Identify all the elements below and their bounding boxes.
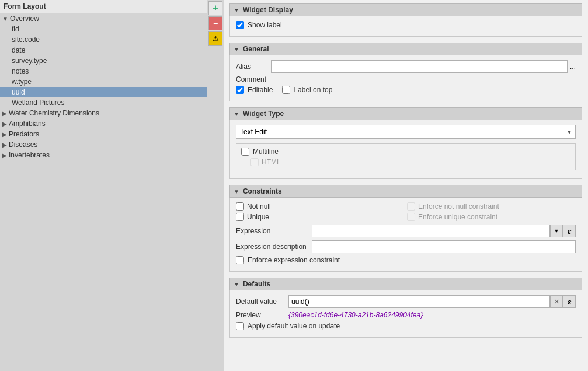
widget-display-header[interactable]: ▼ Widget Display [229,4,582,16]
tree-item-site-code[interactable]: site.code [0,34,207,45]
expand-icon-invertebrates: ▶ [2,152,7,159]
default-clear-button[interactable]: ✕ [550,295,563,308]
show-label-text: Show label [248,21,282,29]
expression-row: Expression ▼ ε [236,225,576,237]
default-value-input-wrapper: ✕ ε [288,295,576,308]
tree-label-invertebrates: Invertebrates [9,151,50,159]
expression-desc-input[interactable] [312,240,576,253]
not-null-label: Not null [247,202,271,211]
defaults-arrow: ▼ [234,281,239,288]
default-value-row: Default value ✕ ε [236,295,576,308]
tree-label-uuid: uuid [12,88,25,96]
expression-epsilon-btn[interactable]: ε [563,225,576,237]
enforce-unique-checkbox[interactable] [407,213,415,221]
enforce-unique-label: Enforce unique constraint [418,213,497,221]
tree-label-overview: Overview [10,15,39,23]
tree-item-w-type[interactable]: w.type [0,76,207,87]
general-section: ▼ General Alias ... Comment Editable [229,43,582,102]
multiline-checkbox[interactable] [241,148,249,156]
defaults-section: ▼ Defaults Default value ✕ ε Preview {39… [229,278,582,338]
apply-on-update-checkbox[interactable] [236,322,244,330]
unique-label: Unique [247,213,269,221]
label-on-top-checkbox[interactable] [282,86,290,94]
default-epsilon-btn[interactable]: ε [563,295,576,308]
apply-on-update-row: Apply default value on update [236,322,576,330]
html-checkbox[interactable] [250,158,259,166]
expand-icon-predators: ▶ [2,131,7,138]
editable-checkbox[interactable] [236,86,244,94]
widget-type-body: Text Edit Multiline HTML [229,120,582,179]
unique-item: Unique [236,213,405,221]
tree-item-water-chem[interactable]: ▶ Water Chemistry Dimensions [0,108,207,118]
tree-label-date: date [12,46,25,54]
expression-desc-row: Expression description [236,240,576,253]
general-header[interactable]: ▼ General [229,43,582,55]
tree-item-notes[interactable]: notes [0,66,207,76]
tree-item-diseases[interactable]: ▶ Diseases [0,139,207,150]
default-value-label: Default value [236,298,288,306]
multiline-row: Multiline [241,148,570,156]
enforce-expr-label: Enforce expression constraint [248,256,340,264]
tree-label-site-code: site.code [12,36,40,44]
defaults-header[interactable]: ▼ Defaults [229,278,582,290]
tree-label-wetland-pictures: Wetland Pictures [12,99,65,107]
widget-type-header[interactable]: ▼ Widget Type [229,107,582,120]
widget-display-body: Show label [229,16,582,37]
enforce-not-null-item: Enforce not null constraint [407,202,576,211]
expression-dropdown-btn[interactable]: ▼ [550,225,563,237]
alias-input[interactable] [271,60,568,73]
default-value-input[interactable] [288,295,550,308]
alias-dots-button[interactable]: ... [570,62,576,71]
defaults-body: Default value ✕ ε Preview {390eac1d-fd6e… [229,290,582,338]
html-label: HTML [262,158,281,166]
tree-item-survey-type[interactable]: survey.type [0,55,207,66]
widget-type-section: ▼ Widget Type Text Edit Multiline [229,107,582,179]
form-layout-tree: ▼ Overview fid site.code date survey.typ… [0,13,207,371]
enforce-expr-row: Enforce expression constraint [236,256,576,264]
tree-item-date[interactable]: date [0,45,207,55]
tree-label-water-chem: Water Chemistry Dimensions [9,109,99,117]
remove-field-button[interactable]: − [208,16,222,30]
tree-item-fid[interactable]: fid [0,24,207,34]
expression-input[interactable] [312,225,550,237]
expand-icon-overview: ▼ [2,16,8,22]
enforce-expr-checkbox[interactable] [236,256,244,264]
tree-item-amphibians[interactable]: ▶ Amphibians [0,118,207,129]
multiline-section: Multiline HTML [236,144,576,170]
tree-item-overview[interactable]: ▼ Overview [0,13,207,24]
tree-label-predators: Predators [9,130,39,138]
show-label-checkbox[interactable] [236,21,244,29]
tree-label-amphibians: Amphibians [9,120,46,128]
tree-item-predators[interactable]: ▶ Predators [0,129,207,139]
editable-label: Editable [248,86,273,94]
unique-checkbox[interactable] [236,213,244,221]
widget-type-title: Widget Type [243,110,284,118]
apply-on-update-label: Apply default value on update [248,322,340,330]
not-null-item: Not null [236,202,405,211]
expand-icon-amphibians: ▶ [2,121,7,127]
tree-item-wetland-pictures[interactable]: Wetland Pictures [0,97,207,108]
warning-button[interactable]: ⚠ [208,32,222,46]
constraints-header[interactable]: ▼ Constraints [229,185,582,198]
editable-label-on-top-row: Editable Label on top [236,86,576,94]
expand-icon-diseases: ▶ [2,142,7,148]
panel-header: Form Layout [0,0,207,13]
tree-label-diseases: Diseases [9,141,37,149]
widget-display-section: ▼ Widget Display Show label [229,4,582,37]
add-field-button[interactable]: + [208,1,222,15]
tree-item-invertebrates[interactable]: ▶ Invertebrates [0,150,207,160]
widget-display-arrow: ▼ [234,7,239,13]
tree-item-uuid[interactable]: uuid [0,87,207,97]
not-null-checkbox[interactable] [236,202,244,211]
tree-label-notes: notes [12,67,29,75]
expression-input-wrapper: ▼ ε [312,225,576,237]
general-body: Alias ... Comment Editable Label on top [229,55,582,102]
expression-desc-label: Expression description [236,243,312,251]
general-arrow: ▼ [234,46,239,52]
tree-label-survey-type: survey.type [12,57,47,65]
enforce-not-null-checkbox[interactable] [407,202,415,211]
preview-label: Preview [236,311,288,319]
widget-type-select[interactable]: Text Edit [236,125,576,139]
widget-display-title: Widget Display [243,6,293,14]
right-panel: ▼ Widget Display Show label ▼ General Al… [224,0,588,371]
